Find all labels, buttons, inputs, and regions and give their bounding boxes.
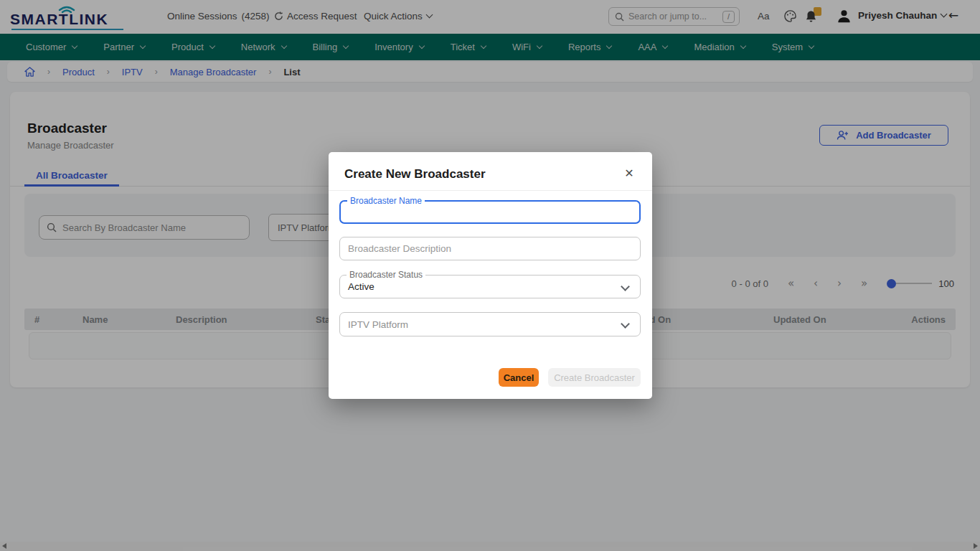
modal-title: Create New Broadcaster	[344, 167, 486, 182]
iptv-platform-select[interactable]: IPTV Platform	[339, 312, 641, 336]
broadcaster-status-value: Active	[348, 281, 374, 292]
broadcaster-name-label: Broadcaster Name	[347, 196, 425, 206]
broadcaster-description-field[interactable]	[339, 237, 641, 260]
broadcaster-status-select[interactable]: Broadcaster Status Active	[339, 275, 641, 298]
chevron-down-icon	[621, 319, 630, 329]
create-broadcaster-button[interactable]: Create Broadcaster	[548, 368, 641, 387]
iptv-platform-placeholder: IPTV Platform	[348, 319, 408, 330]
cancel-button[interactable]: Cancel	[499, 368, 539, 387]
modal-divider	[329, 190, 652, 191]
create-broadcaster-modal: Create New Broadcaster ✕ Broadcaster Nam…	[329, 152, 652, 399]
broadcaster-name-field[interactable]: Broadcaster Name	[339, 200, 641, 224]
chevron-down-icon	[621, 282, 630, 291]
broadcaster-status-label: Broadcaster Status	[347, 270, 425, 280]
broadcaster-description-input[interactable]	[340, 237, 640, 260]
close-icon[interactable]: ✕	[622, 166, 636, 181]
